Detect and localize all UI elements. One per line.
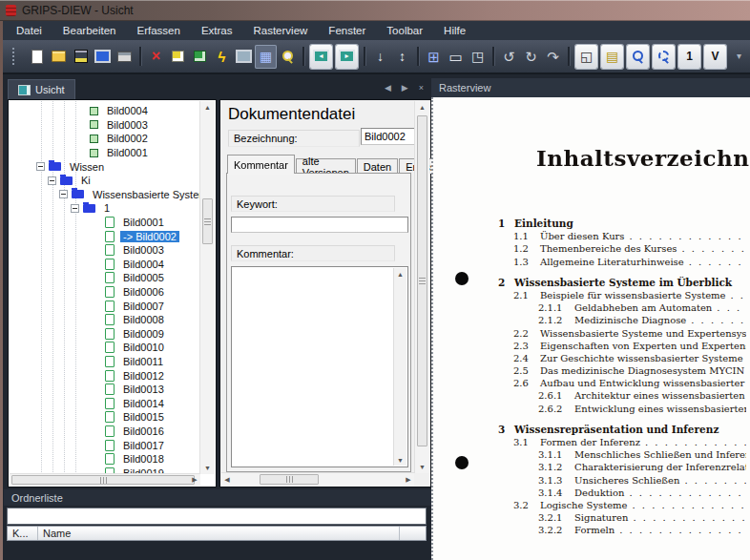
export-yellow-document-icon[interactable]: [167, 45, 189, 69]
bezeichnung-input[interactable]: [361, 128, 416, 145]
tree-item[interactable]: Bild0002: [10, 132, 200, 146]
tree-expander-icon[interactable]: [48, 176, 56, 185]
tree-item[interactable]: Bild0013: [10, 383, 200, 397]
fit-window-icon[interactable]: [601, 45, 623, 69]
comment-textarea[interactable]: ▲ ▼: [231, 266, 408, 467]
scroll-down-icon[interactable]: ▼: [200, 462, 215, 474]
tree-item[interactable]: Bild0001: [10, 216, 200, 230]
tree-item[interactable]: Bild0011: [10, 355, 200, 369]
tab-scroll-right-button[interactable]: ▶: [402, 83, 408, 93]
copy-to-monitor-icon[interactable]: [233, 45, 255, 69]
next-image-icon[interactable]: [336, 45, 358, 69]
folder-list-filter-row[interactable]: [7, 508, 427, 525]
tree-item[interactable]: Bild0006: [10, 285, 200, 300]
textarea-vertical-scrollbar[interactable]: ▲ ▼: [393, 268, 406, 466]
keyword-input[interactable]: [231, 217, 408, 233]
send-to-monitor-icon[interactable]: [92, 45, 114, 69]
scroll-right-icon[interactable]: ▶: [403, 473, 414, 486]
tree-item[interactable]: Bild0004: [10, 258, 200, 272]
scroll-left-icon[interactable]: ◀: [221, 473, 233, 486]
tab-alte-versionen[interactable]: alte Versionen: [296, 158, 356, 174]
tree-expander-icon[interactable]: [36, 162, 45, 171]
scroll-thumb[interactable]: [202, 198, 213, 244]
rasterview-titlebar[interactable]: Rasterview: [431, 78, 750, 97]
tree-item[interactable]: Bild0001: [10, 146, 200, 160]
tree-item[interactable]: Bild0015: [10, 410, 200, 425]
fit-custom-icon[interactable]: [467, 45, 489, 69]
new-document-icon[interactable]: [26, 45, 48, 69]
quick-capture-lightning-icon[interactable]: [211, 45, 233, 69]
tree-item[interactable]: -> Bild0002: [10, 229, 200, 243]
tab-usicht[interactable]: Usicht: [8, 79, 75, 99]
scroll-thumb[interactable]: [260, 474, 319, 485]
menu-datei[interactable]: Datei: [6, 21, 52, 40]
rotate-left-icon[interactable]: [498, 45, 520, 69]
tree-item[interactable]: Bild0009: [10, 327, 200, 342]
tree-item[interactable]: Bild0008: [10, 313, 200, 327]
scroll-thumb[interactable]: [11, 475, 195, 485]
menu-extras[interactable]: Extras: [191, 21, 243, 40]
panel-horizontal-scrollbar[interactable]: ◀ ▶: [221, 472, 414, 486]
menu-hilfe[interactable]: Hilfe: [433, 21, 476, 40]
scroll-down-icon[interactable]: ▼: [394, 454, 406, 466]
tree-item[interactable]: Bild0004: [10, 104, 200, 118]
scroll-thumb[interactable]: [417, 115, 427, 446]
scroll-up-icon[interactable]: ▲: [415, 101, 429, 114]
tree-item[interactable]: Wissen: [10, 159, 200, 174]
tree-item[interactable]: Bild0014: [10, 396, 200, 410]
tab-daten[interactable]: Daten: [357, 158, 398, 174]
tree-item[interactable]: Bild0010: [10, 341, 200, 355]
expand-all-icon[interactable]: [423, 45, 445, 69]
column-header[interactable]: Name: [38, 527, 399, 540]
tree-item[interactable]: Bild0017: [10, 438, 200, 452]
tree-item[interactable]: Bild0007: [10, 299, 200, 313]
move-down-icon[interactable]: [369, 45, 391, 69]
view-mode-button[interactable]: [704, 45, 726, 69]
save-icon[interactable]: [70, 45, 92, 69]
tree-item[interactable]: Bild0016: [10, 425, 200, 439]
fit-width-icon[interactable]: [445, 45, 467, 69]
preview-search-icon[interactable]: [277, 45, 299, 69]
scroll-down-icon[interactable]: ▼: [415, 461, 429, 473]
scroll-right-icon[interactable]: ▶: [189, 474, 200, 486]
tree-item[interactable]: 1: [10, 201, 200, 216]
scroll-up-icon[interactable]: ▲: [394, 268, 406, 280]
open-folder-icon[interactable]: [48, 45, 70, 69]
single-page-button[interactable]: [678, 45, 700, 69]
fit-page-icon[interactable]: [575, 45, 597, 69]
menu-fenster[interactable]: Fenster: [318, 21, 376, 40]
tree-item[interactable]: Ki: [10, 174, 200, 188]
export-green-document-icon[interactable]: [189, 45, 211, 69]
print-icon[interactable]: [114, 45, 135, 69]
tab-kommentar[interactable]: Kommentar: [227, 155, 295, 174]
tree-vertical-scrollbar[interactable]: ▲ ▼: [199, 101, 215, 474]
tab-scroll-left-button[interactable]: ◀: [385, 83, 391, 93]
delete-icon[interactable]: [145, 45, 167, 69]
tree-expander-icon[interactable]: [71, 204, 79, 213]
tree-expander-icon[interactable]: [59, 190, 68, 198]
menu-rasterview[interactable]: Rasterview: [242, 21, 318, 40]
window-titlebar[interactable]: GRIPS-DIEW - Usicht: [0, 0, 750, 21]
tree-item[interactable]: Bild0003: [10, 243, 200, 258]
panel-vertical-scrollbar[interactable]: ▲ ▼: [414, 101, 429, 473]
tree-horizontal-scrollbar[interactable]: ▶: [10, 473, 200, 486]
menu-bearbeiten[interactable]: Bearbeiten: [52, 21, 127, 40]
tree-item[interactable]: Bild0018: [10, 452, 200, 467]
grid-view-icon[interactable]: [255, 45, 277, 69]
zoom-selection-icon[interactable]: [653, 45, 675, 69]
rotate-180-icon[interactable]: [542, 45, 564, 69]
rotate-right-icon[interactable]: [520, 45, 542, 69]
tab-close-button[interactable]: ×: [419, 83, 424, 93]
previous-image-icon[interactable]: [310, 45, 332, 69]
fit-height-icon[interactable]: [391, 45, 413, 69]
tree-item[interactable]: Bild0005: [10, 271, 200, 285]
column-header[interactable]: [399, 527, 426, 540]
menu-toolbar[interactable]: Toolbar: [376, 21, 433, 40]
column-header[interactable]: K...: [8, 527, 38, 540]
toolbar-overflow-icon[interactable]: [728, 45, 750, 69]
tree-item[interactable]: Bild0012: [10, 368, 200, 383]
zoom-in-icon[interactable]: [627, 45, 649, 69]
scroll-up-icon[interactable]: ▲: [200, 101, 215, 114]
menu-erfassen[interactable]: Erfassen: [126, 21, 190, 40]
tree-item[interactable]: Wissensbasierte System: [10, 188, 200, 202]
